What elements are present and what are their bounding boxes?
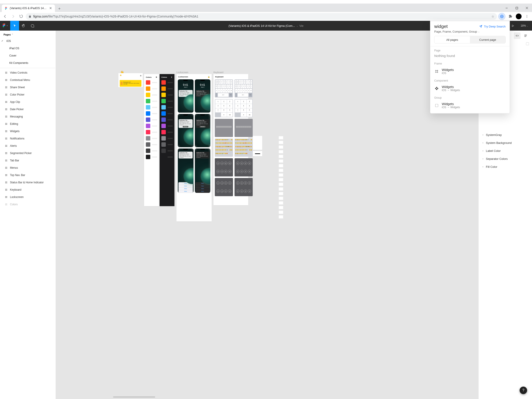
nothing-found: Nothing found [430,53,510,58]
group-group: Group [430,95,510,100]
style-system-background[interactable]: ▸System Background [479,139,532,147]
reload-button[interactable] [18,13,24,20]
code-tab[interactable] [514,32,520,39]
layer-color-picker[interactable]: Color Picker [0,91,56,98]
help-button[interactable]: ? [519,386,527,394]
tab-all-pages[interactable]: All pages [434,36,470,43]
moon-icon: ☾ [171,76,173,78]
close-window-button[interactable] [522,4,532,13]
list-tab[interactable] [522,32,529,39]
svg-rect-2 [5,8,6,9]
style-fill-color[interactable]: ▸Fill Color [479,163,532,171]
svg-point-10 [527,15,527,16]
window-controls [501,4,532,13]
frame-keyboard[interactable]: Keyboard Keyboard QWERTYUIOPASDFGHJKLZXC… [214,74,248,205]
extension-active-icon[interactable] [498,13,505,20]
url-path: /file/TqsJ7injSxugzHre2rqZU3/(Variants)-… [48,15,198,18]
style-systemgray[interactable]: ▸SystemGray [479,131,532,139]
present-button[interactable] [509,24,517,27]
new-tab-button[interactable]: ＋ [56,5,63,12]
profile-avatar[interactable] [515,13,522,20]
page-cover[interactable]: Cover [0,52,56,59]
svg-point-8 [501,16,502,17]
tab-title: (Variants) iOS & iPadOS 14 UI Kit… [10,7,47,10]
comment-tool[interactable] [28,21,37,31]
layer-date-picker[interactable]: Date Picker [0,106,56,113]
url-host: figma.com [33,15,48,18]
frame-label-lockscreen: Lockscreen [177,71,188,74]
move-tool[interactable] [10,21,19,31]
browser-tab[interactable]: (Variants) iOS & iPadOS 14 UI Kit… ✕ [2,4,55,12]
frame-label-keyboard: Keyboard [214,71,223,74]
page-kit-components[interactable]: Kit Components [0,59,56,66]
svg-rect-15 [3,25,4,26]
frame-intro[interactable]: 👋≡ Enjoying this kit?You might be intere… [118,73,143,87]
layer-colors[interactable]: Colors [0,201,56,208]
svg-rect-14 [4,24,5,25]
chrome-menu-button[interactable] [524,13,530,20]
page-ipad-os[interactable]: iPad OS [0,44,56,52]
page-ios[interactable]: iOS [0,37,56,44]
pages-header[interactable]: Pages⌃ [0,31,56,37]
frame-lockscreen[interactable]: Lockscreen Lockscreen🔒 9:41June 3Notific… [177,74,212,222]
frame-strip[interactable] [279,136,283,238]
frame-colors-dark[interactable]: Colors☾ [160,74,174,206]
colors-header: Colors [146,76,151,78]
style-separator-colors[interactable]: ▸Separator Colors [479,155,532,163]
svg-rect-1 [6,7,7,8]
style-label-color[interactable]: ▸Label Color [479,147,532,155]
horizontal-scrollbar[interactable] [113,396,155,398]
svg-point-11 [527,16,527,17]
layer-app-clip[interactable]: App Clip [0,98,56,106]
result-component-widgets[interactable]: WidgetsiOS → Widgets [430,83,510,94]
zoom-level[interactable]: 18% ⌄ [519,24,530,27]
back-button[interactable] [2,13,8,20]
left-panel: Pages⌃ iOSiPad OSCoverKit Components Vid… [0,31,56,399]
canvas[interactable]: 👋 👋≡ Enjoying this kit?You might be inte… [56,31,478,399]
maximize-button[interactable] [512,4,522,13]
deep-search-link[interactable]: Try Deep Search [479,25,506,28]
checkbox[interactable] [526,42,529,45]
result-frame-widgets[interactable]: WidgetsiOS [430,66,510,76]
layer-tab-bar[interactable]: Tab Bar [0,157,56,164]
minimize-button[interactable] [501,4,512,13]
lock-icon: 🔒 [208,76,210,78]
layer-messaging[interactable]: Messaging [0,113,56,120]
layer-menus[interactable]: Menus [0,164,56,171]
layer-status-bar-home-indicator[interactable]: Status Bar & Home Indicator [0,179,56,186]
svg-point-9 [500,15,503,18]
layer-contextual-menu[interactable]: Contextual Menu [0,76,56,83]
search-query[interactable]: widget [434,24,448,29]
layer-alerts[interactable]: Alerts [0,142,56,149]
frame-colors-light[interactable]: Colors☀ [144,74,159,206]
forward-button[interactable] [10,13,16,20]
layer-lockscreen[interactable]: Lockscreen [0,193,56,201]
layer-video-controls[interactable]: Video Controls [0,69,56,76]
frame-thumb-small[interactable] [253,151,262,156]
svg-rect-101 [436,89,437,90]
close-tab-icon[interactable]: ✕ [49,6,52,10]
search-filter[interactable]: Page, Frame, Component, Group⌄ [430,30,510,35]
figma-menu-button[interactable]: ▾ [0,21,10,31]
layer-top-nav-bar[interactable]: Top Nav. Bar [0,171,56,179]
hand-tool[interactable] [19,21,28,31]
group-component: Component [430,78,510,83]
layer-notifications[interactable]: Notifications [0,135,56,142]
layer-widgets[interactable]: Widgets [0,127,56,135]
layer-segmented-picker[interactable]: Segmented Picker [0,149,56,157]
result-group-widgets[interactable]: WidgetsiOS → Widgets [430,100,510,111]
layer-editing[interactable]: Editing [0,120,56,127]
layer-keyboard[interactable]: Keyboard [0,186,56,193]
svg-rect-103 [437,88,438,89]
extensions-icon[interactable] [507,13,514,20]
svg-rect-100 [436,87,437,88]
address-bar[interactable]: figma.com/file/TqsJ7injSxugzHre2rqZU3/(V… [26,13,497,20]
bookmark-icon[interactable]: ☆ [491,15,494,18]
group-frame: Frame [430,61,510,66]
search-popover: widget Try Deep Search Page, Frame, Comp… [430,21,510,114]
frame-thumb[interactable] [253,136,262,150]
svg-rect-102 [435,88,436,89]
intro-heading: Enjoying this kit? [123,82,131,83]
layer-share-sheet[interactable]: Share Sheet [0,83,56,91]
tab-current-page[interactable]: Current page [470,36,505,43]
